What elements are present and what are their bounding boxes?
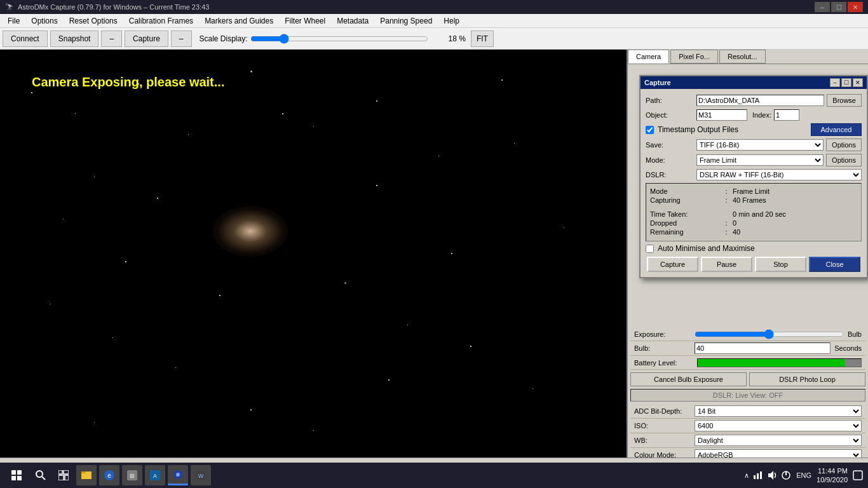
- taskbar-app5-button[interactable]: [168, 465, 188, 485]
- menu-options[interactable]: Options: [26, 15, 62, 27]
- app5-icon: [172, 468, 184, 481]
- sys-tray: ∧: [744, 470, 791, 480]
- app-icon: 🔭: [5, 3, 14, 11]
- restore-button[interactable]: ☐: [831, 2, 846, 12]
- timestamp-checkbox[interactable]: [646, 126, 654, 134]
- svg-rect-1: [17, 470, 22, 475]
- capture-dialog: Capture – ☐ ✕ Path: Browse Object:: [639, 75, 868, 278]
- auto-minimise-checkbox[interactable]: [646, 245, 654, 253]
- power-icon: [781, 470, 791, 480]
- dialog-minimize[interactable]: –: [830, 78, 840, 87]
- taskbar-app3-button[interactable]: ⊞: [122, 465, 142, 485]
- cancel-bulb-button[interactable]: Cancel Bulb Exposure: [630, 372, 747, 386]
- notification-icon[interactable]: [853, 470, 863, 480]
- fit-button[interactable]: FIT: [471, 30, 494, 47]
- status-capturing-key: Capturing: [650, 196, 720, 204]
- taskbar-app2-button[interactable]: e: [99, 465, 119, 485]
- svg-rect-2: [11, 476, 16, 480]
- taskbar-app4-button[interactable]: A: [145, 465, 165, 485]
- menu-metadata[interactable]: Metadata: [332, 15, 374, 27]
- save-options-button[interactable]: Options: [826, 139, 862, 151]
- dslr-row: DSLR: DSLR RAW + TIFF (16-Bit) DSLR RAW …: [646, 169, 862, 180]
- clock-time: 11:44 PM: [817, 466, 848, 475]
- start-button[interactable]: [5, 464, 28, 487]
- app4-icon: A: [149, 469, 161, 482]
- network-icon: [753, 470, 763, 480]
- svg-rect-22: [754, 475, 756, 479]
- time-taken-row: Time Taken: 0 min and 20 sec: [650, 210, 857, 218]
- object-input[interactable]: [696, 109, 747, 121]
- action-buttons: Capture Pause Stop Close: [646, 257, 862, 272]
- adc-select[interactable]: 14 Bit 12 Bit: [695, 405, 862, 417]
- bulb-buttons-row: Cancel Bulb Exposure DSLR Photo Loop: [630, 372, 865, 386]
- menu-markers-guides[interactable]: Markers and Guides: [200, 15, 278, 27]
- menu-file[interactable]: File: [3, 15, 25, 27]
- battery-label: Battery Level:: [634, 359, 695, 367]
- dialog-restore[interactable]: ☐: [841, 78, 851, 87]
- capture-button[interactable]: Capture: [125, 30, 168, 47]
- svg-rect-28: [853, 471, 862, 480]
- right-panel: Camera Pixel Fo... Resolut... Capture – …: [627, 50, 868, 473]
- taskbar-search-button[interactable]: [31, 465, 51, 485]
- menu-reset-options[interactable]: Reset Options: [64, 15, 123, 27]
- app2-icon: e: [103, 469, 116, 482]
- mode-options-button[interactable]: Options: [826, 154, 862, 166]
- dialog-close-button[interactable]: Close: [809, 257, 860, 272]
- dslr-select[interactable]: DSLR RAW + TIFF (16-Bit) DSLR RAW Only T…: [696, 169, 862, 180]
- dialog-close[interactable]: ✕: [853, 78, 863, 87]
- minimize-button[interactable]: –: [815, 2, 830, 12]
- tab-camera[interactable]: Camera: [628, 50, 669, 64]
- tab-pixel[interactable]: Pixel Fo...: [670, 50, 718, 64]
- galaxy-image: [212, 206, 288, 257]
- wb-select[interactable]: Daylight Auto Cloudy Tungsten: [695, 435, 862, 446]
- status-section: Mode : Frame Limit Capturing : 40 Frames…: [646, 183, 862, 241]
- taskview-button[interactable]: [53, 465, 74, 485]
- menu-filter-wheel[interactable]: Filter Wheel: [280, 15, 330, 27]
- dialog-title: Capture: [644, 79, 671, 86]
- svg-point-4: [36, 471, 43, 477]
- path-input[interactable]: [696, 95, 824, 106]
- save-select[interactable]: TIFF (16-Bit) FITS PNG: [696, 139, 824, 151]
- svg-text:⊞: ⊞: [130, 473, 135, 479]
- exposure-slider[interactable]: [695, 329, 844, 339]
- remaining-key: Remaining: [650, 228, 720, 236]
- auto-minimise-row: Auto Minimise and Maximise: [646, 244, 862, 253]
- taskview-icon: [58, 470, 69, 480]
- iso-select[interactable]: 6400 3200 1600 800: [695, 420, 862, 431]
- dash-button1[interactable]: –: [101, 30, 122, 47]
- menu-help[interactable]: Help: [438, 15, 465, 27]
- dialog-stop-button[interactable]: Stop: [755, 257, 806, 272]
- menu-panning-speed[interactable]: Panning Speed: [375, 15, 437, 27]
- taskbar-explorer-button[interactable]: [76, 465, 97, 485]
- close-button[interactable]: ✕: [848, 2, 863, 12]
- advanced-button[interactable]: Advanced: [811, 123, 862, 136]
- bulb-input[interactable]: [695, 342, 831, 354]
- menu-calibration-frames[interactable]: Calibration Frames: [124, 15, 198, 27]
- panel-tabs: Camera Pixel Fo... Resolut...: [628, 50, 868, 64]
- dialog-capture-button[interactable]: Capture: [647, 257, 698, 272]
- status-capturing-val: 40 Frames: [733, 196, 857, 204]
- snapshot-button[interactable]: Snapshot: [50, 30, 99, 47]
- mode-row: Mode: Frame Limit Continuous Time Limit …: [646, 154, 862, 166]
- star-field: Camera Exposing, please wait...: [0, 50, 627, 473]
- index-input[interactable]: [774, 109, 799, 121]
- browse-button[interactable]: Browse: [827, 94, 862, 107]
- show-hidden-icons[interactable]: ∧: [744, 471, 749, 480]
- taskbar-app6-button[interactable]: W: [191, 465, 211, 485]
- dslr-photo-loop-button[interactable]: DSLR Photo Loop: [749, 372, 865, 386]
- windows-icon: [11, 470, 22, 480]
- mode-select[interactable]: Frame Limit Continuous Time Limit: [696, 154, 824, 166]
- time-taken-key: Time Taken:: [650, 210, 720, 218]
- time-taken-sep: [720, 210, 733, 218]
- tab-resolution[interactable]: Resolut...: [719, 50, 765, 64]
- svg-rect-23: [757, 473, 759, 479]
- save-row: Save: TIFF (16-Bit) FITS PNG Options: [646, 139, 862, 151]
- scale-slider[interactable]: [250, 34, 428, 44]
- remaining-sep: :: [720, 228, 733, 236]
- dash-button2[interactable]: –: [171, 30, 192, 47]
- connect-button[interactable]: Connect: [3, 30, 48, 47]
- dialog-pause-button[interactable]: Pause: [701, 257, 752, 272]
- svg-rect-3: [17, 476, 22, 480]
- bulb-text: Bulb: [848, 330, 862, 338]
- status-capturing-sep: :: [720, 196, 733, 204]
